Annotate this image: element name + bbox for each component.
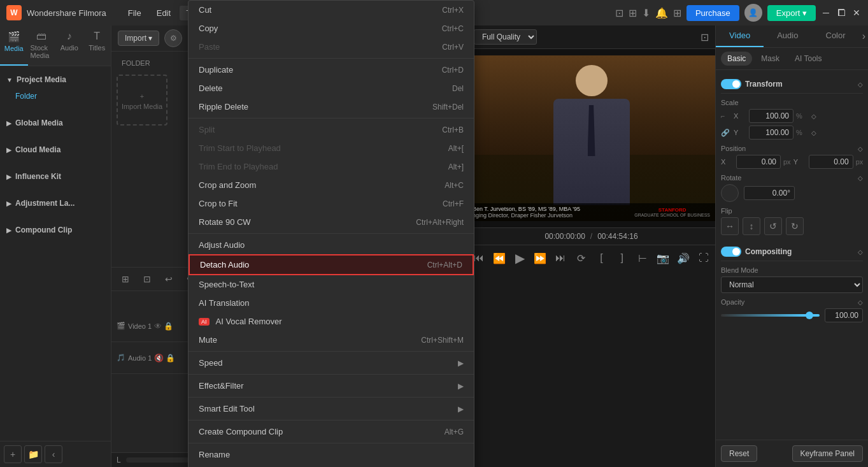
subtab-mask[interactable]: Mask (755, 52, 786, 66)
ctx-ai-translation[interactable]: AI Translation (189, 294, 474, 312)
ctx-adjust-audio[interactable]: Adjust Audio (189, 236, 474, 254)
scale-y-input[interactable] (749, 126, 793, 140)
ctx-smart-edit[interactable]: Smart Edit Tool ▶ (189, 399, 474, 418)
split-button[interactable]: ⊢ (635, 249, 650, 267)
ctx-delete[interactable]: Delete Del (189, 79, 474, 97)
video-lock-icon[interactable]: 🔒 (164, 322, 173, 331)
import-button[interactable]: Import ▾ (118, 31, 159, 46)
purchase-button[interactable]: Purchase (687, 5, 739, 21)
flip-rotate-left-button[interactable]: ↺ (764, 217, 782, 235)
flip-horizontal-button[interactable]: ↔ (721, 217, 739, 235)
ctx-speed[interactable]: Speed ▶ (189, 354, 474, 372)
export-button[interactable]: Export ▾ (767, 5, 816, 21)
rotate-value-input[interactable] (744, 186, 795, 200)
sidebar-header-influence-kit[interactable]: ▶ Influence Kit (0, 168, 111, 185)
tab-titles[interactable]: T Titles (83, 25, 111, 66)
audio-mute-icon[interactable]: 🔇 (154, 354, 164, 363)
user-avatar[interactable]: 👤 (744, 4, 762, 22)
step-back-button[interactable]: ⏪ (492, 249, 507, 267)
go-end-button[interactable]: ⏭ (553, 249, 568, 267)
fullscreen-icon[interactable]: ⊞ (629, 7, 637, 19)
reset-button[interactable]: Reset (721, 445, 757, 462)
audio-btn[interactable]: 🔊 (676, 249, 691, 267)
scale-x-input[interactable] (749, 109, 793, 123)
scroll-left-icon[interactable]: L (117, 456, 121, 464)
flip-vertical-button[interactable]: ↕ (743, 217, 760, 235)
ctx-speech-text[interactable]: Speech-to-Text (189, 275, 474, 294)
add-media-button[interactable]: + Import Media (117, 75, 167, 126)
ctx-rotate-cw[interactable]: Rotate 90 CW Ctrl+Alt+Right (189, 213, 474, 231)
ctx-detach-audio[interactable]: Detach Audio Ctrl+Alt+D (189, 254, 474, 275)
flip-rotate-right-button[interactable]: ↻ (786, 217, 804, 235)
rotate-knob[interactable] (721, 184, 739, 202)
transform-keyframe-diamond[interactable]: ◇ (858, 81, 863, 88)
position-y-input[interactable] (809, 155, 853, 169)
sidebar-add-folder-button[interactable]: + (4, 445, 22, 463)
compositing-toggle[interactable] (721, 247, 741, 257)
sidebar-header-global-media[interactable]: ▶ Global Media (0, 115, 111, 131)
sidebar-folder-button[interactable]: 📁 (24, 445, 42, 463)
timeline-grid-button[interactable]: ⊞ (117, 270, 134, 288)
scale-y-diamond[interactable]: ◇ (811, 129, 816, 136)
ctx-crop-fit[interactable]: Crop to Fit Ctrl+F (189, 194, 474, 213)
quality-select[interactable]: Full Quality (474, 29, 537, 45)
audio-lock-icon[interactable]: 🔒 (166, 354, 175, 363)
ctx-mute[interactable]: Mute Ctrl+Shift+M (189, 331, 474, 349)
fullscreen-preview-button[interactable]: ⛶ (696, 249, 711, 267)
minimize-window-icon[interactable]: ⊡ (615, 7, 623, 19)
tab-stock-media[interactable]: 🗃 Stock Media (28, 25, 56, 66)
opacity-diamond[interactable]: ◇ (858, 299, 863, 306)
loop-button[interactable]: ⟳ (573, 249, 588, 267)
play-button[interactable]: ▶ (512, 249, 527, 267)
compositing-diamond[interactable]: ◇ (858, 248, 863, 255)
menu-item-file[interactable]: File (122, 6, 148, 20)
subtab-ai-tools[interactable]: AI Tools (788, 52, 828, 66)
timeline-undo-button[interactable]: ↩ (160, 270, 178, 288)
properties-expand-icon[interactable]: › (860, 25, 868, 47)
media-settings-button[interactable]: ⚙ (164, 29, 182, 47)
window-restore-button[interactable]: ⧠ (836, 8, 846, 18)
ctx-ripple-delete[interactable]: Ripple Delete Shift+Del (189, 97, 474, 116)
ctx-disable-clip[interactable]: Disable Clip E (189, 464, 474, 467)
timeline-magnet-button[interactable]: ⊡ (138, 270, 156, 288)
snapshot-button[interactable]: 📷 (655, 249, 671, 267)
rotate-diamond[interactable]: ◇ (858, 175, 863, 182)
position-diamond[interactable]: ◇ (858, 145, 863, 152)
sidebar-header-adjustment[interactable]: ▶ Adjustment La... (0, 195, 111, 212)
ctx-cut[interactable]: Cut Ctrl+X (189, 1, 474, 19)
sidebar-item-folder[interactable]: Folder (0, 88, 111, 104)
mark-out-button[interactable]: ] (615, 249, 630, 267)
sidebar-header-compound-clip[interactable]: ▶ Compound Clip (0, 222, 111, 238)
ctx-effect-filter[interactable]: Effect&Filter ▶ (189, 377, 474, 395)
tab-audio[interactable]: ♪ Audio (55, 25, 83, 66)
ctx-copy[interactable]: Copy Ctrl+C (189, 19, 474, 38)
sidebar-header-cloud-media[interactable]: ▶ Cloud Media (0, 141, 111, 158)
menu-item-edit[interactable]: Edit (150, 6, 177, 20)
position-x-input[interactable] (736, 155, 781, 169)
window-minimize-button[interactable]: ─ (821, 8, 831, 18)
tab-media[interactable]: 🎬 Media (0, 25, 28, 66)
window-close-button[interactable]: ✕ (851, 8, 862, 18)
tab-audio[interactable]: Audio (764, 25, 811, 47)
ctx-crop-zoom[interactable]: Crop and Zoom Alt+C (189, 176, 474, 194)
video-hide-icon[interactable]: 👁 (154, 322, 162, 331)
tab-color[interactable]: Color (811, 25, 859, 47)
mark-in-button[interactable]: [ (594, 249, 609, 267)
step-forward-button[interactable]: ⏩ (532, 249, 548, 267)
opacity-value-input[interactable] (825, 308, 863, 322)
download-icon[interactable]: ⬇ (642, 7, 650, 19)
ctx-duplicate[interactable]: Duplicate Ctrl+D (189, 61, 474, 79)
tab-video[interactable]: Video (716, 25, 764, 47)
blend-mode-select[interactable]: Normal (721, 277, 863, 293)
transform-toggle[interactable] (721, 79, 741, 89)
sidebar-header-project-media[interactable]: ▼ Project Media (0, 71, 111, 88)
apps-icon[interactable]: ⊞ (673, 7, 681, 19)
scale-x-diamond[interactable]: ◇ (811, 113, 816, 120)
preview-expand-icon[interactable]: ⊡ (701, 31, 709, 43)
ctx-rename[interactable]: Rename (189, 445, 474, 464)
ctx-create-compound[interactable]: Create Compound Clip Alt+G (189, 422, 474, 441)
sidebar-collapse-button[interactable]: ‹ (45, 445, 62, 463)
notifications-icon[interactable]: 🔔 (655, 7, 668, 19)
ctx-ai-vocal[interactable]: AI AI Vocal Remover (189, 312, 474, 331)
keyframe-panel-button[interactable]: Keyframe Panel (792, 445, 863, 462)
